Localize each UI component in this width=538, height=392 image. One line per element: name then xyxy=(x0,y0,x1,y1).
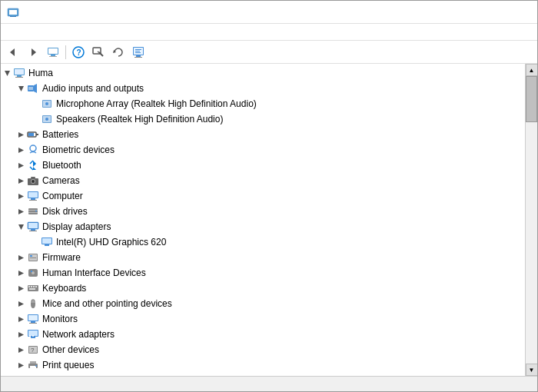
svg-rect-20 xyxy=(135,49,141,50)
hid-icon xyxy=(27,267,39,279)
scroll-up-arrow[interactable]: ▲ xyxy=(526,64,538,76)
svg-marker-44 xyxy=(18,163,24,168)
print-icon xyxy=(27,359,39,371)
expand-button[interactable] xyxy=(15,344,27,356)
expand-button[interactable] xyxy=(15,174,27,187)
svg-point-110 xyxy=(35,365,37,367)
tree-item-label: Other devices xyxy=(42,344,99,355)
tree-item[interactable]: Batteries xyxy=(1,127,525,142)
svg-rect-19 xyxy=(134,57,142,58)
expand-button[interactable] xyxy=(15,190,27,202)
expand-button[interactable] xyxy=(15,82,27,95)
expand-button[interactable] xyxy=(15,359,27,371)
menu-action[interactable] xyxy=(16,31,28,34)
tree-item-label: Huma xyxy=(28,68,53,78)
tree-item-label: Firmware xyxy=(42,252,81,263)
scroll-down-arrow[interactable]: ▼ xyxy=(526,364,538,376)
svg-point-101 xyxy=(32,335,34,337)
window-controls xyxy=(468,5,531,20)
toolbar-separator-1 xyxy=(65,45,66,59)
scroll-track[interactable] xyxy=(526,76,537,364)
expand-button[interactable] xyxy=(15,144,27,156)
svg-rect-99 xyxy=(31,337,35,338)
tree-item-label: Computer xyxy=(42,191,83,201)
tree-item[interactable]: Bluetooth xyxy=(1,158,525,173)
svg-marker-77 xyxy=(18,271,24,276)
tree-item-label: Human Interface Devices xyxy=(42,267,146,278)
tree-item[interactable]: Disk drives xyxy=(1,204,525,219)
tree-item[interactable]: Display adapters xyxy=(1,219,525,234)
tree-item-label: Intel(R) UHD Graphics 620 xyxy=(56,237,166,247)
tree-item[interactable]: Monitors xyxy=(1,311,525,327)
svg-rect-98 xyxy=(28,331,38,336)
tree-item[interactable]: Network adapters xyxy=(1,327,525,342)
expand-button[interactable] xyxy=(15,297,27,310)
vertical-scrollbar[interactable]: ▲ ▼ xyxy=(525,64,537,376)
menu-view[interactable] xyxy=(28,31,41,34)
expand-button[interactable] xyxy=(15,159,27,171)
tree-item[interactable]: Keyboards xyxy=(1,281,525,296)
tree-item[interactable]: Huma xyxy=(1,65,525,81)
minimize-button[interactable] xyxy=(468,5,488,20)
tree-item-label: Monitors xyxy=(42,314,78,324)
back-button[interactable] xyxy=(4,43,22,61)
svg-rect-2 xyxy=(12,15,15,16)
tree-item[interactable]: Intel(R) UHD Graphics 620 xyxy=(1,234,525,250)
search-button[interactable] xyxy=(89,43,108,61)
expand-button[interactable] xyxy=(15,328,27,341)
forward-button[interactable] xyxy=(24,43,42,61)
device-tree[interactable]: HumaAudio inputs and outputsMicrophone A… xyxy=(1,64,525,376)
help-button[interactable]: ? xyxy=(69,43,88,61)
svg-line-48 xyxy=(30,167,33,170)
svg-rect-41 xyxy=(28,133,34,136)
device-icon xyxy=(41,113,53,125)
svg-rect-68 xyxy=(29,231,37,231)
svg-marker-42 xyxy=(18,148,24,153)
menu-file[interactable] xyxy=(4,31,16,34)
svg-rect-83 xyxy=(28,286,30,287)
view-button[interactable] xyxy=(44,43,62,61)
title-bar xyxy=(1,1,537,24)
expand-button[interactable] xyxy=(1,67,13,79)
tree-item-label: Bluetooth xyxy=(42,160,81,171)
expand-button[interactable] xyxy=(15,267,27,279)
expand-button[interactable] xyxy=(15,251,27,264)
network-icon xyxy=(27,328,39,341)
tree-item-label: Speakers (Realtek High Definition Audio) xyxy=(56,114,223,125)
menu-help[interactable] xyxy=(41,31,53,34)
refresh-button[interactable] xyxy=(109,43,128,61)
svg-marker-96 xyxy=(18,332,24,337)
scroll-thumb[interactable] xyxy=(526,76,537,122)
forward-icon xyxy=(28,47,38,58)
expand-button[interactable] xyxy=(15,205,27,218)
properties-button[interactable] xyxy=(129,43,148,61)
svg-marker-4 xyxy=(10,48,15,56)
tree-item[interactable]: Microphone Array (Realtek High Definitio… xyxy=(1,96,525,111)
tree-item[interactable]: Audio inputs and outputs xyxy=(1,81,525,96)
tree-item-label: Biometric devices xyxy=(42,145,115,155)
expand-button[interactable] xyxy=(15,128,27,141)
tree-item-label: Disk drives xyxy=(42,206,88,217)
tree-item-label: Network adapters xyxy=(42,329,115,340)
svg-point-37 xyxy=(45,118,48,121)
monitor-icon xyxy=(27,313,39,325)
svg-rect-80 xyxy=(31,271,32,272)
camera-icon xyxy=(27,174,39,187)
svg-rect-56 xyxy=(28,192,38,198)
svg-rect-70 xyxy=(42,238,51,244)
tree-item[interactable]: ?Other devices xyxy=(1,342,525,357)
tree-item[interactable]: Speakers (Realtek High Definition Audio) xyxy=(1,111,525,127)
tree-item[interactable]: Firmware xyxy=(1,250,525,265)
expand-button[interactable] xyxy=(15,221,27,233)
expand-button[interactable] xyxy=(15,313,27,325)
svg-marker-28 xyxy=(18,86,24,91)
tree-item[interactable]: Cameras xyxy=(1,173,525,188)
expand-button[interactable] xyxy=(15,282,27,294)
maximize-button[interactable] xyxy=(490,5,510,20)
tree-item[interactable]: Biometric devices xyxy=(1,142,525,158)
tree-item[interactable]: Print queues xyxy=(1,357,525,373)
tree-item[interactable]: Mice and other pointing devices xyxy=(1,296,525,311)
tree-item[interactable]: Human Interface Devices xyxy=(1,265,525,281)
close-button[interactable] xyxy=(511,5,531,20)
tree-item[interactable]: Computer xyxy=(1,188,525,204)
